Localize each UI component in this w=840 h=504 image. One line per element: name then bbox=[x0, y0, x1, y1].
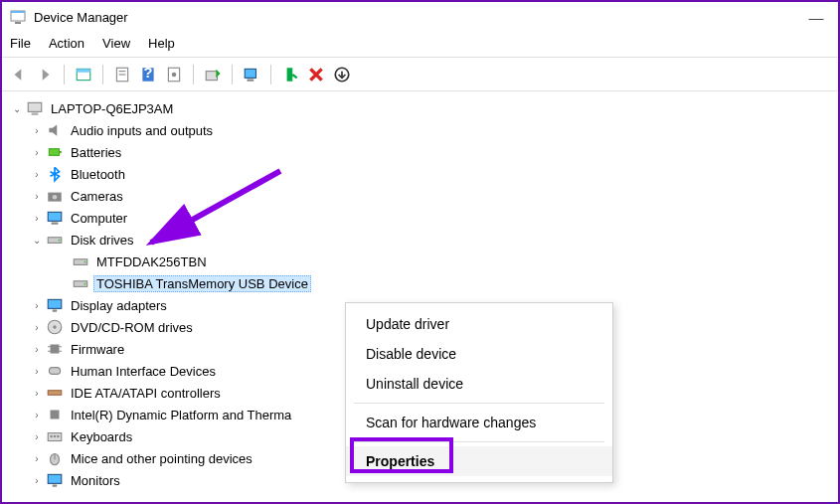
svg-rect-35 bbox=[51, 345, 60, 354]
tree-item-disk-drives[interactable]: ⌄ Disk drives bbox=[6, 229, 834, 251]
svg-rect-31 bbox=[48, 299, 62, 308]
svg-point-26 bbox=[58, 239, 60, 241]
root-label[interactable]: LAPTOP-Q6EJP3AM bbox=[48, 100, 176, 117]
svg-rect-17 bbox=[28, 102, 42, 111]
svg-rect-24 bbox=[52, 223, 59, 225]
svg-rect-40 bbox=[49, 368, 60, 375]
pc-icon bbox=[46, 209, 64, 227]
tree-item-disk-child[interactable]: MTFDDAK256TBN bbox=[6, 251, 834, 272]
tree-item-computer[interactable]: › Computer bbox=[6, 207, 834, 229]
hid-icon bbox=[46, 362, 64, 380]
svg-text:?: ? bbox=[144, 66, 153, 81]
expand-icon[interactable]: › bbox=[30, 453, 44, 464]
expand-icon[interactable]: › bbox=[30, 344, 44, 355]
collapse-icon[interactable]: ⌄ bbox=[10, 103, 24, 114]
svg-rect-23 bbox=[48, 212, 62, 221]
expand-icon[interactable]: › bbox=[30, 388, 44, 399]
expand-icon[interactable]: › bbox=[30, 213, 44, 224]
svg-rect-4 bbox=[77, 69, 90, 72]
menu-help[interactable]: Help bbox=[148, 36, 175, 53]
speaker-icon bbox=[46, 121, 64, 139]
separator bbox=[270, 65, 271, 84]
menu-file[interactable]: File bbox=[10, 36, 31, 53]
separator bbox=[232, 65, 233, 84]
menu-action[interactable]: Action bbox=[49, 36, 84, 53]
svg-rect-45 bbox=[54, 435, 56, 437]
drive-icon bbox=[72, 274, 89, 292]
expand-icon[interactable]: › bbox=[30, 366, 44, 377]
camera-icon bbox=[46, 187, 64, 205]
svg-rect-42 bbox=[51, 411, 60, 420]
forward-button[interactable] bbox=[34, 64, 56, 85]
show-hide-button[interactable] bbox=[73, 64, 94, 85]
collapse-icon[interactable]: ⌄ bbox=[30, 235, 44, 246]
tree-item-audio[interactable]: › Audio inputs and outputs bbox=[6, 119, 834, 141]
svg-rect-20 bbox=[60, 151, 62, 153]
monitor-icon bbox=[46, 471, 64, 489]
svg-rect-14 bbox=[248, 79, 254, 81]
ctx-separator bbox=[354, 403, 604, 404]
tree-item-bluetooth[interactable]: › Bluetooth bbox=[6, 163, 834, 185]
expand-icon[interactable]: › bbox=[30, 410, 44, 420]
svg-rect-49 bbox=[48, 474, 62, 483]
disable-button[interactable] bbox=[331, 64, 353, 85]
expand-icon[interactable]: › bbox=[30, 322, 44, 333]
chip-icon bbox=[46, 340, 64, 358]
scan-button[interactable] bbox=[241, 64, 262, 85]
expand-icon[interactable]: › bbox=[30, 191, 44, 202]
svg-rect-2 bbox=[15, 22, 21, 24]
chip-icon bbox=[46, 406, 64, 423]
svg-rect-19 bbox=[49, 149, 59, 156]
svg-rect-46 bbox=[57, 435, 59, 437]
svg-point-30 bbox=[84, 282, 85, 284]
menu-view[interactable]: View bbox=[102, 36, 130, 53]
svg-point-11 bbox=[172, 72, 177, 77]
window-title: Device Manager bbox=[34, 10, 802, 25]
expand-icon[interactable]: › bbox=[30, 169, 44, 180]
tree-item-batteries[interactable]: › Batteries bbox=[6, 141, 834, 163]
ctx-scan-hardware[interactable]: Scan for hardware changes bbox=[346, 408, 612, 437]
ctx-uninstall-device[interactable]: Uninstall device bbox=[346, 369, 612, 399]
expand-icon[interactable]: › bbox=[30, 475, 44, 486]
toolbar: ? bbox=[2, 58, 838, 91]
ctx-properties[interactable]: Properties bbox=[346, 446, 612, 476]
action-button[interactable] bbox=[163, 64, 185, 85]
svg-rect-50 bbox=[53, 485, 58, 487]
svg-rect-12 bbox=[206, 71, 217, 80]
separator bbox=[193, 65, 194, 84]
ctx-disable-device[interactable]: Disable device bbox=[346, 339, 612, 369]
bluetooth-icon bbox=[46, 165, 64, 183]
menubar: File Action View Help bbox=[2, 32, 838, 58]
expand-icon[interactable]: › bbox=[30, 147, 44, 158]
controller-icon bbox=[46, 384, 64, 402]
expand-icon[interactable]: › bbox=[30, 125, 44, 136]
svg-point-22 bbox=[53, 195, 58, 200]
svg-rect-13 bbox=[245, 69, 255, 78]
svg-rect-41 bbox=[48, 391, 62, 396]
tree-item-cameras[interactable]: › Cameras bbox=[6, 185, 834, 207]
context-menu: Update driver Disable device Uninstall d… bbox=[345, 302, 613, 483]
properties-button[interactable] bbox=[111, 64, 133, 85]
display-icon bbox=[46, 296, 64, 314]
svg-point-28 bbox=[84, 260, 85, 262]
separator bbox=[64, 65, 65, 84]
tree-root[interactable]: ⌄ LAPTOP-Q6EJP3AM bbox=[6, 97, 834, 119]
app-icon bbox=[10, 9, 26, 25]
help-button[interactable]: ? bbox=[137, 64, 159, 85]
expand-icon[interactable]: › bbox=[30, 300, 44, 311]
separator bbox=[102, 65, 103, 84]
tree-item-disk-child-selected[interactable]: TOSHIBA TransMemory USB Device bbox=[6, 272, 834, 294]
drive-icon bbox=[46, 231, 64, 249]
expand-icon[interactable]: › bbox=[30, 431, 44, 442]
svg-rect-15 bbox=[287, 68, 293, 82]
update-driver-button[interactable] bbox=[202, 64, 224, 85]
enable-button[interactable] bbox=[279, 64, 301, 85]
ctx-update-driver[interactable]: Update driver bbox=[346, 309, 612, 339]
mouse-icon bbox=[46, 449, 64, 467]
svg-rect-1 bbox=[11, 11, 25, 13]
titlebar: Device Manager — bbox=[2, 2, 838, 32]
minimize-button[interactable]: — bbox=[802, 9, 830, 26]
uninstall-button[interactable] bbox=[305, 64, 327, 85]
back-button[interactable] bbox=[8, 64, 30, 85]
computer-icon bbox=[26, 99, 44, 117]
